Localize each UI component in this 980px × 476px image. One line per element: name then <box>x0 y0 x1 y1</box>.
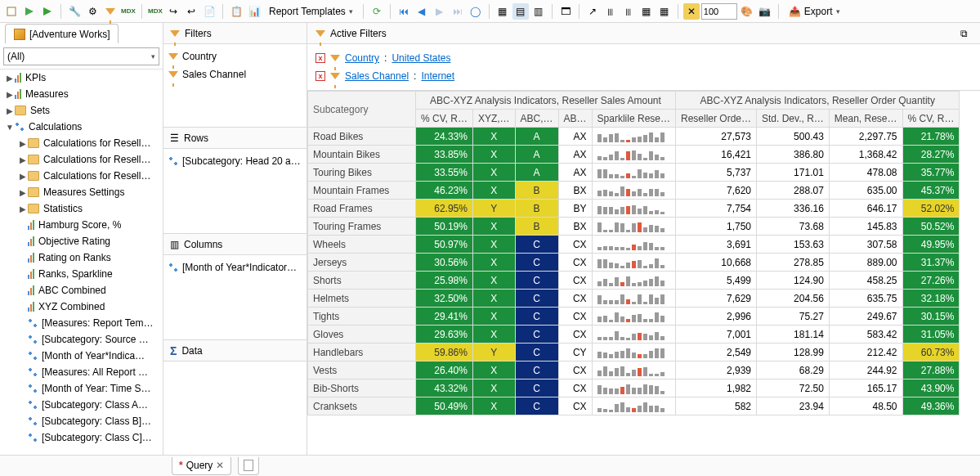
cell-xyz[interactable]: X <box>472 290 515 308</box>
row-header[interactable]: Mountain Bikes <box>308 146 416 164</box>
expand-icon[interactable]: ▶ <box>5 106 15 115</box>
table-row[interactable]: Mountain Frames 46.23% X B BX 7,620 288.… <box>308 182 960 200</box>
tool-icon-1[interactable]: 🔧 <box>66 3 83 20</box>
cell-mean[interactable]: 165.17 <box>829 379 902 397</box>
table-row[interactable]: Helmets 32.50% X C CX 7,629 204.56 635.7… <box>308 290 960 308</box>
tree-row[interactable]: [Month of Year: Time S… <box>0 380 163 397</box>
cell-reseller-order[interactable]: 2,549 <box>675 344 756 361</box>
cell-reseller-order[interactable]: 582 <box>675 397 756 415</box>
gear-icon[interactable]: ⚙ <box>84 3 101 20</box>
cell-stddev[interactable]: 72.50 <box>757 379 830 397</box>
row-header[interactable]: Mountain Frames <box>308 182 416 200</box>
cell-reseller-order[interactable]: 10,668 <box>675 254 756 272</box>
cell-cv[interactable]: 50.19% <box>416 218 473 236</box>
cell-mean[interactable]: 635.75 <box>829 290 902 308</box>
cell-sparkline[interactable] <box>592 397 675 415</box>
col-group-1[interactable]: ABC-XYZ Analysis Indicators, Reseller Sa… <box>416 92 676 110</box>
cell-cv[interactable]: 29.41% <box>416 308 473 326</box>
popout-icon[interactable]: ↗ <box>584 3 601 20</box>
cube-tree[interactable]: ▶KPIs▶Measures▶Sets▼Calculations▶Calcula… <box>0 69 163 455</box>
cell-cv2[interactable]: 60.73% <box>902 344 960 361</box>
row-header[interactable]: Cranksets <box>308 397 416 415</box>
cell-cv2[interactable]: 21.78% <box>902 128 960 146</box>
table-row[interactable]: Touring Bikes 33.55% X A AX 5,737 171.01… <box>308 164 960 182</box>
cell-abxyz[interactable]: CY <box>558 344 592 361</box>
tree-row[interactable]: [Subcategory: Source … <box>0 331 163 348</box>
cell-cv[interactable]: 50.97% <box>416 236 473 254</box>
table-row[interactable]: Vests 26.40% X C CX 2,939 68.29 244.92 2… <box>308 361 960 379</box>
table-row[interactable]: Tights 29.41% X C CX 2,996 75.27 249.67 … <box>308 308 960 326</box>
cell-xyz[interactable]: Y <box>472 200 515 218</box>
filter-key-link[interactable]: Sales Channel <box>345 70 409 82</box>
report-templates-menu[interactable]: Report Templates▾ <box>264 2 358 20</box>
cell-abc[interactable]: C <box>515 344 558 361</box>
tree-row[interactable]: Hamburg Score, % <box>0 217 163 233</box>
cell-sparkline[interactable] <box>592 361 675 379</box>
cell-xyz[interactable]: X <box>472 182 515 200</box>
expand-icon[interactable]: ▶ <box>18 172 28 181</box>
cell-stddev[interactable]: 75.27 <box>757 308 830 326</box>
tree-row[interactable]: ▶Calculations for Resell… <box>0 135 163 151</box>
cell-stddev[interactable]: 68.29 <box>757 361 830 379</box>
expand-icon[interactable]: ▶ <box>18 155 28 164</box>
expand-icon[interactable]: ▼ <box>5 123 15 132</box>
query-tab[interactable]: * Query ✕ <box>172 457 231 475</box>
cell-xyz[interactable]: X <box>472 218 515 236</box>
layout-icon-3[interactable]: ▥ <box>530 3 547 20</box>
tree-row[interactable]: Rating on Ranks <box>0 249 163 266</box>
new-sheet-tab[interactable] <box>238 457 259 475</box>
cell-xyz[interactable]: X <box>472 308 515 326</box>
row-header[interactable]: Bib-Shorts <box>308 379 416 397</box>
columns-item[interactable]: [Month of Year*Indicator… <box>168 258 302 276</box>
cell-reseller-order[interactable]: 7,629 <box>675 290 756 308</box>
cell-reseller-order[interactable]: 5,737 <box>675 164 756 182</box>
cell-mean[interactable]: 1,368.42 <box>829 146 902 164</box>
expand-icon[interactable]: ▶ <box>5 74 15 83</box>
cell-abxyz[interactable]: BY <box>558 200 592 218</box>
col-header[interactable]: Sparklile Rese… <box>592 110 675 128</box>
tool-icon-6[interactable]: 📋 <box>228 3 244 20</box>
table-row[interactable]: Gloves 29.63% X C CX 7,001 181.14 583.42… <box>308 326 960 344</box>
cell-cv[interactable]: 33.85% <box>416 146 473 164</box>
cell-abxyz[interactable]: AX <box>558 128 592 146</box>
cell-mean[interactable]: 635.00 <box>829 182 902 200</box>
cell-xyz[interactable]: X <box>472 128 515 146</box>
cell-cv[interactable]: 24.33% <box>416 128 473 146</box>
cell-cv2[interactable]: 32.18% <box>902 290 960 308</box>
table-row[interactable]: Mountain Bikes 33.85% X A AX 16,421 386.… <box>308 146 960 164</box>
tree-row[interactable]: [Subcategory: Class A… <box>0 397 163 413</box>
cell-abc[interactable]: B <box>515 200 558 218</box>
cell-abc[interactable]: A <box>515 164 558 182</box>
cube-filter-combo[interactable]: (All) ▾ <box>3 47 159 65</box>
cell-xyz[interactable]: X <box>472 397 515 415</box>
cell-abc[interactable]: C <box>515 272 558 290</box>
rows-item[interactable]: [Subcategory: Head 20 a… <box>168 152 302 170</box>
layout-icon-1[interactable]: ▦ <box>494 3 511 20</box>
tree-row[interactable]: [Measures: All Report … <box>0 364 163 380</box>
cell-reseller-order[interactable]: 5,499 <box>675 272 756 290</box>
cell-mean[interactable]: 2,297.75 <box>829 128 902 146</box>
play-icon[interactable] <box>39 3 56 20</box>
cell-cv[interactable]: 29.63% <box>416 326 473 344</box>
col-header[interactable]: % CV, R… <box>902 110 960 128</box>
col-group-2[interactable]: ABC-XYZ Analysis Indicators, Reseller Or… <box>675 92 959 110</box>
cell-abxyz[interactable]: AX <box>558 164 592 182</box>
table-row[interactable]: Shorts 25.98% X C CX 5,499 124.90 458.25… <box>308 272 960 290</box>
table-row[interactable]: Bib-Shorts 43.32% X C CX 1,982 72.50 165… <box>308 379 960 397</box>
col-header[interactable]: XYZ,… <box>472 110 515 128</box>
tool-icon-5[interactable]: 📄 <box>201 3 217 20</box>
col-header[interactable]: Reseller Orde… <box>675 110 756 128</box>
cell-stddev[interactable]: 181.14 <box>757 326 830 344</box>
refresh-icon[interactable]: ⟳ <box>369 3 385 20</box>
row-header[interactable]: Shorts <box>308 272 416 290</box>
row-header[interactable]: Jerseys <box>308 254 416 272</box>
table-row[interactable]: Handlebars 59.86% Y C CY 2,549 128.99 21… <box>308 344 960 361</box>
col-header[interactable]: Std. Dev., R… <box>757 110 830 128</box>
cell-cv[interactable]: 33.55% <box>416 164 473 182</box>
cell-stddev[interactable]: 500.43 <box>757 128 830 146</box>
cell-cv2[interactable]: 27.88% <box>902 361 960 379</box>
table-row[interactable]: Road Frames 62.95% Y B BY 7,754 336.16 6… <box>308 200 960 218</box>
cell-sparkline[interactable] <box>592 182 675 200</box>
filters-area[interactable]: CountrySales Channel <box>163 44 307 127</box>
grid-icon-2[interactable]: ▦ <box>656 3 673 20</box>
